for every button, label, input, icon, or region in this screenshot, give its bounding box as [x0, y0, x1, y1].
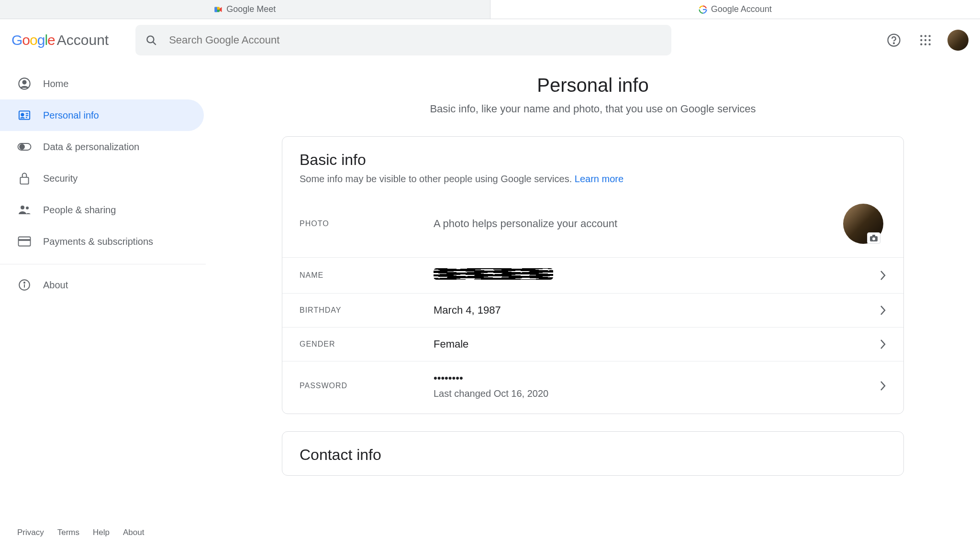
svg-point-13 — [924, 35, 926, 37]
basic-info-card: Basic info Some info may be visible to o… — [282, 136, 904, 414]
footer-terms[interactable]: Terms — [57, 528, 79, 537]
sidebar-item-label: People & sharing — [43, 205, 116, 216]
row-gender[interactable]: GENDER Female — [282, 327, 903, 361]
search-box[interactable] — [135, 25, 671, 55]
svg-point-40 — [872, 238, 875, 240]
sidebar-item-label: Personal info — [43, 110, 99, 121]
sidebar-item-home[interactable]: Home — [0, 68, 204, 99]
sidebar: Home Personal info Data & personalizatio… — [0, 61, 206, 546]
chevron-right-icon — [880, 339, 886, 349]
svg-point-12 — [920, 35, 922, 37]
footer-links: Privacy Terms Help About — [17, 528, 144, 537]
google-account-logo[interactable]: Google Account — [11, 32, 109, 48]
people-icon — [17, 203, 32, 217]
apps-grid-icon[interactable] — [916, 31, 935, 50]
svg-rect-30 — [20, 177, 28, 184]
svg-rect-7 — [703, 9, 706, 10]
contact-info-card: Contact info — [282, 431, 904, 476]
svg-point-22 — [23, 81, 26, 84]
search-icon — [145, 34, 157, 46]
main-content: Personal info Basic info, like your name… — [206, 61, 980, 546]
svg-point-18 — [920, 44, 922, 45]
browser-tab-meet[interactable]: Google Meet — [0, 0, 490, 19]
footer-help[interactable]: Help — [93, 528, 110, 537]
svg-point-19 — [924, 44, 926, 45]
lock-icon — [17, 171, 32, 186]
row-name[interactable]: NAME — [282, 257, 903, 293]
sidebar-item-people-sharing[interactable]: People & sharing — [0, 194, 204, 226]
row-label: BIRTHDAY — [300, 306, 434, 315]
svg-rect-39 — [872, 235, 875, 237]
sidebar-item-label: About — [43, 280, 68, 291]
google-logo-text: Google — [11, 32, 55, 48]
svg-point-14 — [929, 35, 931, 37]
sidebar-item-label: Payments & subscriptions — [43, 236, 153, 247]
page-title: Personal info — [234, 75, 951, 96]
meet-icon — [214, 5, 223, 14]
browser-tab-label: Google Account — [711, 4, 772, 14]
svg-point-11 — [893, 43, 894, 44]
row-label: GENDER — [300, 340, 434, 349]
row-birthday[interactable]: BIRTHDAY March 4, 1987 — [282, 293, 903, 327]
browser-tab-account[interactable]: Google Account — [490, 0, 980, 19]
svg-point-20 — [929, 44, 931, 45]
search-input[interactable] — [169, 34, 662, 46]
browser-tabs: Google Meet Google Account — [0, 0, 980, 19]
svg-point-8 — [147, 36, 154, 43]
toggle-icon — [17, 140, 32, 154]
sidebar-item-data-personalization[interactable]: Data & personalization — [0, 131, 204, 163]
avatar[interactable] — [947, 30, 969, 51]
chevron-right-icon — [880, 270, 886, 281]
svg-point-37 — [24, 282, 25, 283]
camera-icon — [867, 232, 880, 244]
account-logo-text: Account — [57, 32, 109, 48]
footer-about[interactable]: About — [123, 528, 144, 537]
contact-info-title: Contact info — [282, 446, 903, 475]
basic-info-subtitle: Some info may be visible to other people… — [282, 174, 903, 195]
learn-more-link[interactable]: Learn more — [575, 174, 624, 184]
row-label: NAME — [300, 271, 434, 280]
redacted-name — [434, 268, 553, 280]
row-label: PASSWORD — [300, 382, 434, 390]
chevron-right-icon — [880, 381, 886, 391]
svg-point-24 — [21, 113, 23, 116]
svg-point-29 — [20, 144, 24, 149]
person-circle-icon — [17, 76, 32, 91]
footer-privacy[interactable]: Privacy — [17, 528, 44, 537]
svg-rect-2 — [215, 7, 217, 12]
row-label: PHOTO — [300, 219, 434, 228]
basic-info-title: Basic info — [282, 151, 903, 174]
header-actions — [884, 30, 969, 51]
browser-tab-label: Google Meet — [226, 4, 276, 14]
row-value: Female — [434, 338, 880, 350]
svg-line-9 — [153, 42, 156, 45]
row-password[interactable]: PASSWORD •••••••• Last changed Oct 16, 2… — [282, 361, 903, 414]
sidebar-item-label: Home — [43, 78, 68, 89]
page-subtitle: Basic info, like your name and photo, th… — [234, 103, 951, 115]
app-header: Google Account — [0, 19, 980, 61]
row-value: •••••••• Last changed Oct 16, 2020 — [434, 372, 880, 399]
sidebar-item-personal-info[interactable]: Personal info — [0, 99, 204, 131]
svg-rect-33 — [19, 237, 31, 246]
svg-point-17 — [929, 39, 931, 41]
help-icon[interactable] — [884, 31, 903, 50]
row-photo[interactable]: PHOTO A photo helps personalize your acc… — [282, 195, 903, 257]
sidebar-divider — [0, 264, 206, 264]
password-last-changed: Last changed Oct 16, 2020 — [434, 388, 880, 399]
svg-point-32 — [26, 207, 29, 209]
sidebar-item-label: Data & personalization — [43, 142, 139, 153]
credit-card-icon — [17, 234, 32, 249]
row-value: A photo helps personalize your account — [434, 218, 843, 230]
profile-photo-thumb[interactable] — [843, 204, 883, 244]
sidebar-item-label: Security — [43, 173, 78, 184]
google-g-icon — [699, 5, 707, 14]
sidebar-item-payments[interactable]: Payments & subscriptions — [0, 226, 204, 257]
chevron-right-icon — [880, 305, 886, 316]
info-icon — [17, 278, 32, 292]
row-value: March 4, 1987 — [434, 304, 880, 317]
svg-point-31 — [21, 206, 24, 209]
sidebar-item-security[interactable]: Security — [0, 163, 204, 194]
row-value — [434, 268, 880, 283]
svg-point-15 — [920, 39, 922, 41]
sidebar-item-about[interactable]: About — [0, 269, 204, 301]
